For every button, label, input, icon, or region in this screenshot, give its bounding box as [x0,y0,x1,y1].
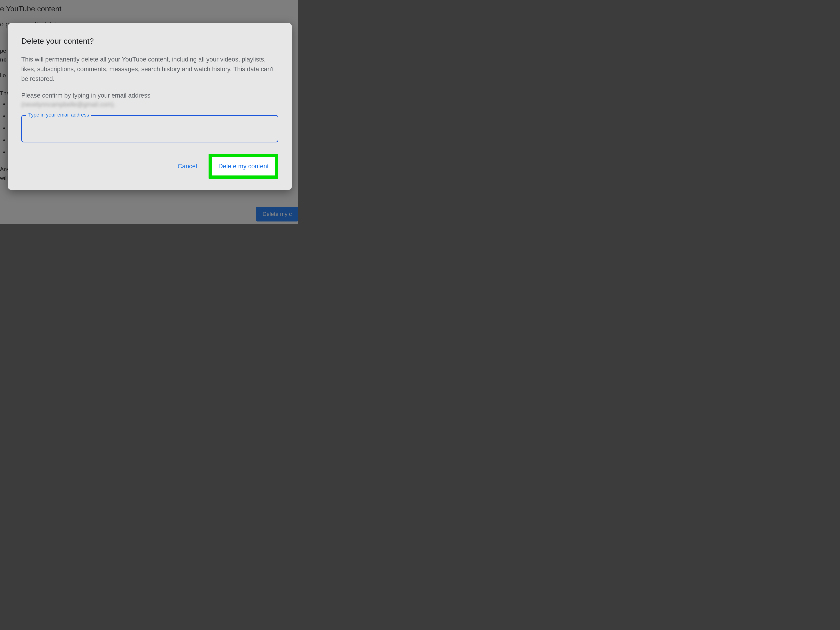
cancel-button[interactable]: Cancel [173,159,202,174]
modal-email-redacted: (nevelynncampbelle@gmail.com). [21,101,278,108]
email-input-wrapper: Type in your email address [21,115,278,142]
delete-content-modal: Delete your content? This will permanent… [8,23,292,190]
modal-confirm-label: Please confirm by typing in your email a… [21,91,278,100]
email-input[interactable] [21,115,278,142]
modal-actions: Cancel Delete my content [21,154,278,179]
modal-body-text: This will permanently delete all your Yo… [21,55,278,84]
highlight-box: Delete my content [208,154,278,179]
modal-title: Delete your content? [21,36,278,46]
email-input-label: Type in your email address [26,112,92,118]
delete-my-content-button[interactable]: Delete my content [212,157,275,175]
